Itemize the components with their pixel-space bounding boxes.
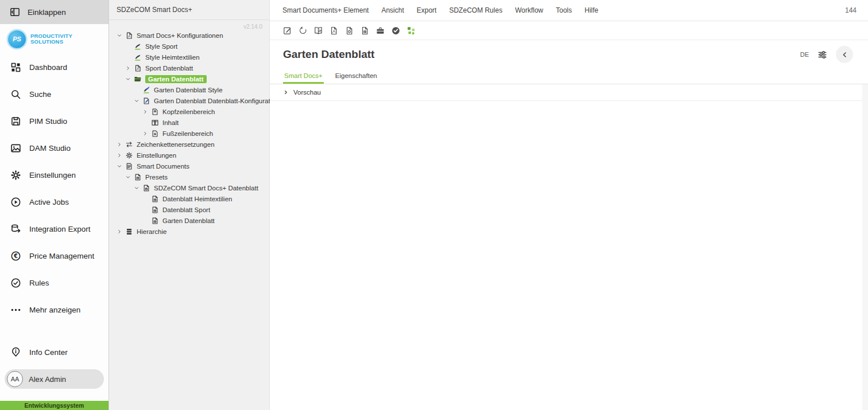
toolbar [270, 21, 868, 40]
chevron-down-icon[interactable] [117, 161, 125, 171]
search-icon [10, 88, 22, 100]
language-selector[interactable]: DE [800, 51, 809, 58]
page-title: Garten Datenblatt [283, 48, 374, 61]
tree-expand-spacer [134, 84, 142, 95]
tree-node-garten-datenblatt[interactable]: Garten Datenblatt [109, 73, 269, 84]
tab-eigenschaften[interactable]: Eigenschaften [334, 69, 378, 84]
chevron-right-icon[interactable] [142, 128, 151, 139]
toolbar-pdf-icon[interactable] [329, 26, 339, 36]
dashboard-icon [10, 61, 22, 73]
chevron-right-icon[interactable] [125, 63, 134, 73]
tree-node-sdzecom-smart-docs-datenblatt[interactable]: SDZeCOM Smart Docs+ Datenblatt [109, 182, 269, 193]
chevron-down-icon[interactable] [125, 171, 134, 182]
page-header: Garten Datenblatt DE [270, 40, 868, 69]
tree-node-label: Inhalt [162, 119, 179, 126]
style-brush-blue-icon [142, 86, 150, 94]
tree-node-inhalt[interactable]: Inhalt [109, 117, 269, 128]
tree-node-einstellungen[interactable]: Einstellungen [109, 150, 269, 161]
tree-node-label: Garten Datenblatt [145, 75, 207, 83]
sidebar-footer: Info Center AA Alex Admin Entwicklungssy… [0, 339, 108, 410]
logo-text: PRODUCTIVITY SOLUTIONS [30, 33, 72, 45]
tree-node-zeichenkettenersetzungen[interactable]: Zeichenkettenersetzungen [109, 139, 269, 150]
tree-node-datenblatt-sport[interactable]: Datenblatt Sport [109, 204, 269, 215]
app-logo: PS PRODUCTIVITY SOLUTIONS [0, 24, 108, 54]
toolbar-book-image-icon[interactable] [313, 26, 323, 36]
scrollbar[interactable] [862, 84, 868, 410]
tree-node-garten-datenblatt[interactable]: Garten Datenblatt [109, 215, 269, 226]
chevron-right-icon[interactable] [117, 226, 125, 237]
tree-node-datenblatt-heimtextilien[interactable]: Datenblatt Heimtextilien [109, 193, 269, 204]
chevron-right-icon[interactable] [117, 150, 125, 161]
version-label: v2.14.0 [243, 24, 262, 30]
tree-node-sport-datenblatt[interactable]: Sport Datenblatt [109, 63, 269, 73]
tree-node-garten-datenblatt-style[interactable]: Garten Datenblatt Style [109, 84, 269, 95]
tree-node-kopfzeilenbereich[interactable]: Kopfzeilenbereich [109, 106, 269, 117]
check-circle-icon [10, 277, 22, 289]
chevron-down-icon[interactable] [134, 182, 142, 193]
chevron-down-icon[interactable] [134, 95, 142, 106]
sidebar-item-pim-studio[interactable]: PIM Studio [0, 108, 108, 135]
sidebar-item-info-center[interactable]: Info Center [0, 339, 108, 366]
menu-sdzecom-rules[interactable]: SDZeCOM Rules [449, 6, 502, 14]
toolbar-briefcase-icon[interactable] [375, 26, 385, 36]
sidebar-item-price-management[interactable]: €Price Management [0, 243, 108, 270]
tree-node-style-sport[interactable]: Style Sport [109, 41, 269, 52]
sidebar-item-einstellungen[interactable]: Einstellungen [0, 162, 108, 189]
chevron-right-icon[interactable] [117, 139, 125, 150]
tree-node-smart-documents[interactable]: Smart Documents [109, 161, 269, 171]
menu-tools[interactable]: Tools [556, 6, 572, 14]
tree-expand-spacer [125, 52, 134, 63]
toolbar-doc-play-icon[interactable] [360, 26, 370, 36]
toolbar-structure-green-icon[interactable] [406, 26, 416, 36]
sidebar-item-mehr-anzeigen[interactable]: Mehr anzeigen [0, 296, 108, 323]
sidebar-item-suche[interactable]: Suche [0, 81, 108, 108]
page-header-icon [151, 108, 159, 116]
sidebar-item-dam-studio[interactable]: DAM Studio [0, 135, 108, 162]
tree-node-label: Datenblatt Heimtextilien [162, 196, 232, 202]
chevron-right-icon [283, 89, 289, 95]
collapse-panel-icon [9, 6, 21, 18]
doc-pdf-icon [125, 32, 133, 40]
folder-open-icon [134, 75, 142, 83]
sidebar-item-integration-export[interactable]: Integration Export [0, 216, 108, 243]
menu-hilfe[interactable]: Hilfe [584, 6, 598, 14]
gear-icon [125, 151, 133, 159]
collapse-sidebar-button[interactable]: Einklappen [0, 0, 108, 24]
sidebar-item-dashboard[interactable]: Dashboard [0, 54, 108, 81]
tree-node-presets[interactable]: Presets [109, 171, 269, 182]
sidebar-item-active-jobs[interactable]: Active Jobs [0, 189, 108, 216]
toolbar-edit-square-icon[interactable] [282, 26, 292, 36]
chevron-right-icon[interactable] [142, 106, 151, 117]
info-pin-icon [10, 346, 22, 358]
tree-node-fu-zeilenbereich[interactable]: Fußzeilenbereich [109, 128, 269, 139]
menu-smart-documents-element[interactable]: Smart Documents+ Element [282, 6, 369, 14]
tree-node-label: Hierarchie [137, 228, 166, 235]
chevron-down-icon[interactable] [125, 73, 134, 84]
sidebar: Einklappen PS PRODUCTIVITY SOLUTIONS Das… [0, 0, 109, 410]
toolbar-doc-circle-icon[interactable] [344, 26, 354, 36]
tree: Smart Docs+ KonfigurationenStyle SportSt… [109, 20, 269, 237]
menu-export[interactable]: Export [417, 6, 437, 14]
section-vorschau[interactable]: Vorschau [270, 84, 868, 101]
toolbar-check-filled-icon[interactable] [391, 26, 401, 36]
tree-node-hierarchie[interactable]: Hierarchie [109, 226, 269, 237]
menu-ansicht[interactable]: Ansicht [381, 6, 404, 14]
tab-bar: Smart Docs+Eigenschaften [270, 69, 868, 84]
tree-node-garten-datenblatt-datenblatt-konfiguration[interactable]: Garten Datenblatt Datenblatt-Konfigurati… [109, 95, 269, 106]
tab-smart-docs[interactable]: Smart Docs+ [283, 69, 324, 84]
sliders-icon[interactable] [817, 49, 828, 60]
menu-workflow[interactable]: Workflow [515, 6, 543, 14]
toolbar-undo-icon[interactable] [298, 26, 308, 36]
tree-node-smart-docs-konfigurationen[interactable]: Smart Docs+ Konfigurationen [109, 30, 269, 41]
tree-expand-spacer [142, 215, 151, 226]
tree-node-style-heimtextilien[interactable]: Style Heimtextilien [109, 52, 269, 63]
user-menu[interactable]: AA Alex Admin [5, 369, 104, 389]
collapse-panel-right-button[interactable] [836, 46, 853, 63]
sidebar-item-rules[interactable]: Rules [0, 270, 108, 296]
tree-node-label: Style Heimtextilien [145, 54, 200, 61]
tree-node-label: Style Sport [145, 43, 177, 50]
count-badge: 144 [845, 6, 857, 14]
stack-icon [125, 228, 133, 236]
chevron-down-icon[interactable] [117, 30, 125, 41]
chevron-left-icon [840, 50, 849, 59]
